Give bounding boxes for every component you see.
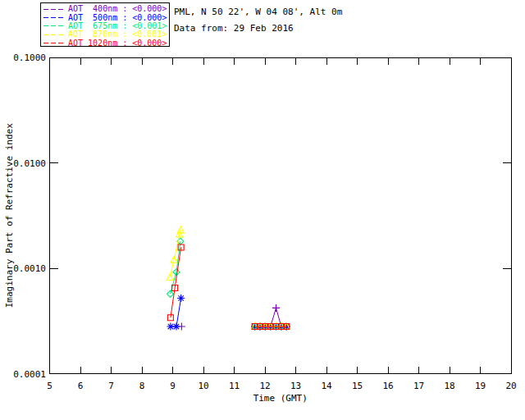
legend-row: AOT 1020nm : <0.000> (43, 39, 169, 48)
station-location-text: PML, N 50 22', W 04 08', Alt 0m (174, 4, 342, 21)
x-tick-label: 19 (475, 381, 486, 391)
y-axis-title: Imaginary Part of Refractive index (4, 123, 15, 308)
aeronet-refractive-index-figure: 5678910111213141516171819200.10000.01000… (0, 0, 525, 420)
asterisk-marker (177, 294, 185, 302)
legend-label: AOT 870nm : <0.001> (68, 30, 167, 39)
series-aot-675nm (167, 238, 290, 330)
refractive-index-vs-time-chart: 5678910111213141516171819200.10000.01000… (0, 0, 525, 420)
asterisk-marker (173, 323, 180, 331)
x-tick-label: 8 (139, 381, 145, 391)
x-axis-title: Time (GMT) (253, 393, 308, 404)
x-tick-label: 6 (78, 381, 84, 391)
y-tick-label: 0.0100 (13, 158, 46, 169)
y-tick-label: 0.1000 (13, 52, 46, 63)
plus-marker (272, 304, 280, 312)
x-tick-label: 13 (290, 381, 301, 391)
data-date-text: Data from: 29 Feb 2016 (174, 21, 342, 37)
legend-dashed-line-sample (43, 14, 65, 21)
x-tick-label: 16 (382, 381, 393, 391)
legend-label: AOT 1020nm : <0.000> (68, 39, 167, 48)
legend-dashed-line-sample (43, 31, 65, 39)
legend-dashed-line-sample (43, 6, 65, 13)
legend-box: AOT 400nm : <0.000>AOT 500nm : <0.000>AO… (40, 2, 170, 47)
x-tick-label: 10 (198, 381, 208, 391)
x-tick-label: 12 (259, 381, 270, 391)
x-tick-label: 11 (229, 381, 240, 391)
x-tick-label: 9 (170, 381, 176, 391)
legend-label: AOT 400nm : <0.000> (68, 5, 167, 13)
x-tick-label: 5 (47, 381, 52, 391)
x-tick-label: 18 (444, 381, 454, 391)
series-line (171, 298, 181, 326)
series-aot-1020nm (167, 244, 289, 330)
y-tick-label: 0.0001 (13, 369, 46, 380)
x-tick-label: 20 (505, 381, 516, 391)
series-aot-870nm (167, 226, 290, 329)
plot-header: PML, N 50 22', W 04 08', Alt 0m Data fro… (174, 4, 342, 37)
x-tick-label: 7 (108, 381, 114, 391)
triangle-marker (177, 226, 184, 233)
legend-row: AOT 400nm : <0.000> (43, 5, 169, 13)
x-tick-label: 14 (321, 381, 332, 391)
legend-dashed-line-sample (43, 22, 65, 30)
x-tick-label: 15 (352, 381, 363, 391)
x-tick-label: 17 (413, 381, 424, 391)
legend-row: AOT 870nm : <0.001> (43, 30, 169, 39)
legend-dashed-line-sample (43, 39, 65, 47)
y-tick-label: 0.0010 (13, 263, 46, 274)
